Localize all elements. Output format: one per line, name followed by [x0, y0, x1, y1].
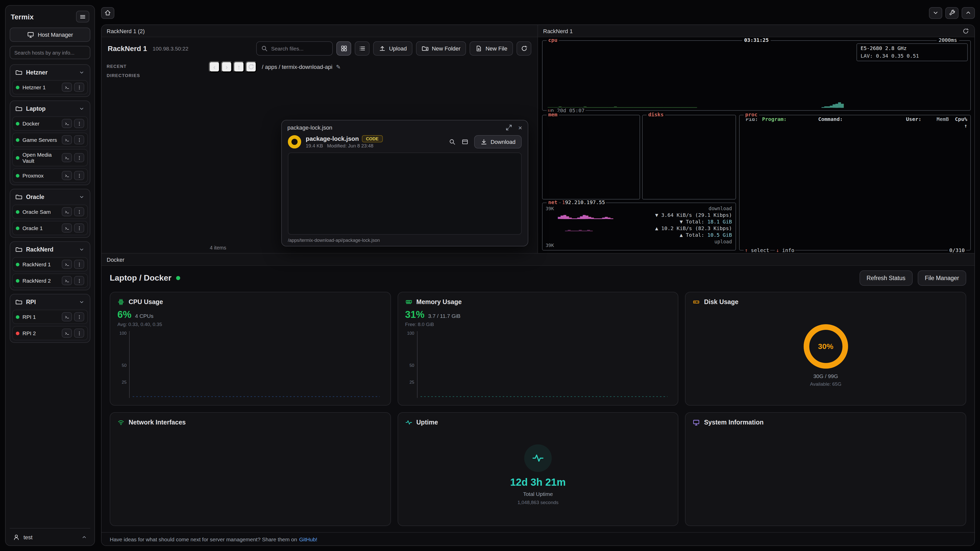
connect-terminal-button[interactable]: [62, 276, 72, 285]
connect-terminal-button[interactable]: [62, 224, 72, 233]
file-search-input[interactable]: [271, 45, 328, 52]
host-group-header[interactable]: RPI: [12, 297, 88, 308]
host-item[interactable]: Docker: [12, 116, 88, 130]
code-view[interactable]: [288, 153, 522, 235]
host-item[interactable]: Oracle Sam: [12, 205, 88, 219]
host-menu-button[interactable]: [74, 260, 84, 269]
github-link[interactable]: GitHub!: [299, 536, 317, 542]
host-menu-button[interactable]: [74, 171, 84, 180]
host-menu-button[interactable]: [74, 224, 84, 233]
file-search[interactable]: [256, 41, 333, 56]
btop-proc-box: proc Pid: Program: Command: User: MemB C…: [739, 115, 971, 251]
host-item[interactable]: Game Servers: [12, 133, 88, 147]
connect-terminal-button[interactable]: [62, 260, 72, 269]
chevron-down-icon: [79, 194, 85, 200]
kebab-menu-icon: [76, 209, 82, 214]
status-dot: [16, 156, 19, 159]
user-menu[interactable]: test: [10, 528, 90, 545]
file-manager-button[interactable]: File Manager: [918, 270, 966, 286]
info-control[interactable]: ↓ info: [775, 247, 795, 253]
connect-terminal-button[interactable]: [62, 329, 72, 338]
chevron-down-icon: [79, 246, 85, 252]
connect-terminal-button[interactable]: [62, 135, 72, 144]
home-button[interactable]: [101, 7, 115, 19]
host-group-header[interactable]: Oracle: [12, 191, 88, 203]
expand-icon[interactable]: [506, 124, 513, 131]
host-item[interactable]: Open Media Vault: [12, 149, 88, 166]
host-menu-button[interactable]: [74, 135, 84, 144]
kebab-menu-icon: [76, 84, 82, 90]
uptime-icon: [405, 419, 412, 426]
nav-back-button[interactable]: ‹: [209, 61, 220, 73]
host-group-header[interactable]: Laptop: [12, 103, 88, 114]
memory-usage: 3.7 / 11.7 GiB: [428, 313, 460, 319]
nav-refresh-button[interactable]: [245, 61, 257, 73]
host-menu-button[interactable]: [74, 83, 84, 92]
host-menu-button[interactable]: [74, 329, 84, 338]
host-menu-button[interactable]: [74, 119, 84, 128]
kebab-menu-icon: [76, 173, 82, 178]
close-icon[interactable]: ×: [518, 124, 522, 131]
upload-total: 10.5 GiB: [708, 232, 732, 238]
host-menu-button[interactable]: [74, 153, 84, 162]
connect-terminal-button[interactable]: [62, 83, 72, 92]
host-group-header[interactable]: Hetzner: [12, 67, 88, 78]
sync-icon[interactable]: [962, 27, 969, 35]
grid-view-button[interactable]: [336, 41, 351, 56]
collapse-tabbar-button[interactable]: [962, 7, 975, 19]
card-title: CPU Usage: [129, 299, 163, 306]
list-view-icon: [359, 45, 366, 52]
host-item[interactable]: RackNerd 2: [12, 273, 88, 288]
select-control[interactable]: ↑ select: [744, 247, 770, 253]
host-name: Oracle Sam: [22, 209, 51, 215]
refresh-files-button[interactable]: [517, 41, 531, 56]
host-item[interactable]: Oracle 1: [12, 221, 88, 235]
host-item[interactable]: RPI 1: [12, 310, 88, 324]
host-group: RPIRPI 1RPI 2: [10, 294, 90, 343]
new-folder-button[interactable]: New Folder: [416, 41, 466, 56]
sidebar: Termix Host Manager HetznerHetzner 1Lapt…: [5, 5, 95, 546]
refresh-icon: [520, 45, 528, 52]
memory-usage-card: Memory Usage 31%3.7 / 11.7 GiB Free: 8.0…: [397, 292, 678, 406]
net-stats: download ▼ 3.64 KiB/s (29.1 Kibps) ▼ Tot…: [655, 205, 732, 245]
host-menu-button[interactable]: [74, 276, 84, 285]
open-in-editor-icon[interactable]: [461, 138, 469, 145]
download-button[interactable]: Download: [474, 135, 522, 148]
kebab-menu-icon: [76, 330, 82, 336]
new-file-button[interactable]: New File: [469, 41, 513, 56]
status-dot: [16, 210, 19, 213]
search-in-file-icon[interactable]: [449, 138, 456, 145]
connect-terminal-button[interactable]: [62, 207, 72, 216]
terminal-icon: [64, 278, 70, 283]
recent-label: RECENT: [107, 64, 199, 69]
file-manager-panel: RackNerd 1 (2) RackNerd 1 100.98.3.50:22…: [102, 25, 538, 253]
upload-button[interactable]: Upload: [373, 41, 412, 56]
tools-button[interactable]: [945, 7, 959, 19]
host-search-input[interactable]: [10, 46, 90, 59]
edit-path-icon[interactable]: ✎: [336, 64, 340, 70]
btop-disks-box: disks: [642, 115, 736, 200]
connect-terminal-button[interactable]: [62, 119, 72, 128]
terminal-icon: [64, 173, 70, 178]
connect-terminal-button[interactable]: [62, 171, 72, 180]
connect-terminal-button[interactable]: [62, 153, 72, 162]
nav-up-button[interactable]: ↑: [233, 61, 245, 73]
sidebar-menu-button[interactable]: [76, 11, 89, 22]
connect-terminal-button[interactable]: [62, 312, 72, 321]
host-name: Docker: [22, 121, 40, 127]
host-item[interactable]: Proxmox: [12, 168, 88, 183]
host-menu-button[interactable]: [74, 207, 84, 216]
host-item[interactable]: Hetzner 1: [12, 80, 88, 94]
host-group-header[interactable]: RackNerd: [12, 244, 88, 255]
refresh-status-button[interactable]: Refresh Status: [859, 270, 913, 286]
list-view-button[interactable]: [355, 41, 369, 56]
host-item[interactable]: RackNerd 1: [12, 257, 88, 272]
host-menu-button[interactable]: [74, 312, 84, 321]
memory-icon: [405, 299, 412, 306]
breadcrumb[interactable]: / apps / termix-download-api ✎: [262, 64, 341, 70]
terminal-screen[interactable]: cpu 03:31:25 2000ms ▁▁▁▁▂▁▁▁▁▁▁▁▁▂▁▁▁▁▁▁…: [538, 37, 974, 253]
nav-forward-button[interactable]: ›: [221, 61, 232, 73]
host-manager-button[interactable]: Host Manager: [10, 27, 90, 42]
tab-list-dropdown-button[interactable]: [929, 7, 942, 19]
host-item[interactable]: RPI 2: [12, 326, 88, 340]
